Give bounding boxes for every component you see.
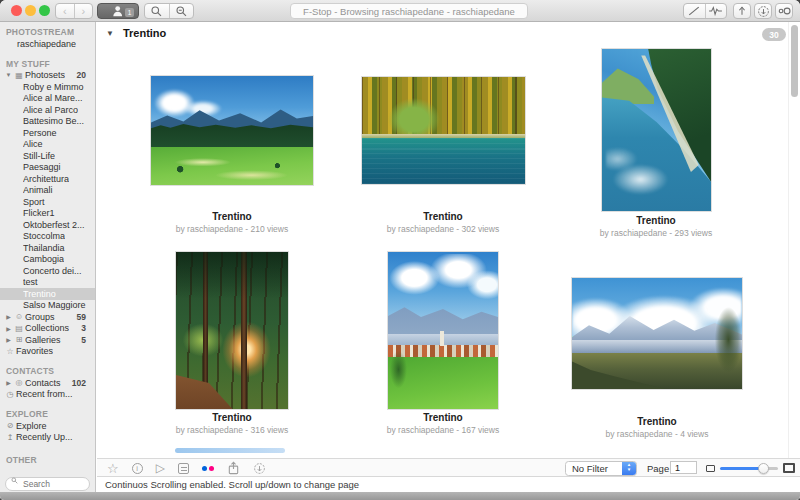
batch-download-button[interactable]: [253, 462, 266, 475]
slideshow-play-button[interactable]: ▷: [156, 462, 165, 474]
user-count-badge: 1: [125, 8, 134, 17]
favorite-star-button[interactable]: ☆: [107, 462, 119, 475]
sidebar-item-icon: ◎: [13, 378, 25, 387]
sidebar-row[interactable]: ▶ ⊞ Galleries 5: [0, 334, 95, 346]
sidebar-row[interactable]: Persone: [0, 127, 95, 139]
photo-caption: Trentino by raschiapedane - 210 views: [132, 211, 332, 234]
search-button[interactable]: [145, 4, 169, 18]
titlebar: ‹ › 1 F-Stop - Browsing raschiapedane - …: [0, 0, 800, 22]
photo-byline: by raschiapedane - 293 views: [556, 228, 756, 238]
waveform-icon: [708, 5, 723, 17]
disclosure-triangle-icon[interactable]: ▼: [106, 29, 114, 38]
sidebar-item-icon: ◷: [4, 390, 16, 399]
download-button[interactable]: [754, 3, 772, 19]
sidebar-row[interactable]: Still-Life: [0, 150, 95, 162]
sidebar-item-label: Architettura: [23, 174, 69, 184]
page-number-input[interactable]: [670, 461, 697, 474]
sidebar-row[interactable]: Flicker1: [0, 208, 95, 220]
photo-thumbnail[interactable]: [571, 277, 743, 390]
disclosure-icon[interactable]: ▶: [4, 379, 13, 386]
sidebar-row[interactable]: Animali: [0, 185, 95, 197]
sidebar-row[interactable]: Trentino: [0, 288, 95, 300]
close-button[interactable]: [11, 5, 22, 16]
item-count-badge: 30: [762, 28, 786, 41]
user-button[interactable]: 1: [97, 3, 139, 19]
zoom-search-button[interactable]: [169, 4, 194, 18]
photo-caption: Trentino by raschiapedane - 316 views: [132, 412, 332, 435]
zoom-button[interactable]: [39, 5, 50, 16]
sidebar-row[interactable]: ▶ ▤ Collections 3: [0, 323, 95, 335]
sidebar-row[interactable]: Alice: [0, 139, 95, 151]
photo-caption: Trentino by raschiapedane - 293 views: [556, 215, 756, 238]
small-thumbnail-icon: [706, 465, 715, 472]
share-icon: [227, 461, 240, 475]
sidebar-row[interactable]: Paesaggi: [0, 162, 95, 174]
disclosure-icon[interactable]: ▶: [4, 313, 13, 320]
sidebar-search: [5, 473, 90, 487]
sidebar-item-icon: ☺: [13, 312, 25, 321]
sidebar-item-label: Paesaggi: [23, 162, 61, 172]
search-buttons: [144, 3, 194, 19]
photo-thumbnail[interactable]: [150, 75, 314, 186]
sidebar-row[interactable]: ↥ Recently Up...: [0, 432, 95, 444]
info-button[interactable]: i: [132, 463, 143, 474]
activity-button[interactable]: [705, 4, 727, 18]
group-header[interactable]: ▼ Trentino: [106, 27, 166, 39]
sidebar-item-label: raschiapedane: [17, 39, 76, 49]
minimize-button[interactable]: [25, 5, 36, 16]
circled-down-arrow-icon: [757, 5, 770, 18]
sidebar-item-label: Still-Life: [23, 151, 55, 161]
sidebar-item-label: Galleries: [25, 335, 61, 345]
sidebar-row[interactable]: Alice al Parco: [0, 104, 95, 116]
upload-button[interactable]: [733, 3, 751, 19]
sidebar-row[interactable]: Roby e Mimmo: [0, 81, 95, 93]
sidebar-item-label: Persone: [23, 128, 57, 138]
sidebar-item-label: Favorites: [16, 346, 53, 356]
photo-thumbnail[interactable]: [387, 251, 499, 410]
slider-thumb[interactable]: [758, 463, 769, 474]
sidebar-row[interactable]: Battesimo Be...: [0, 116, 95, 128]
back-button[interactable]: ‹: [56, 4, 74, 18]
sidebar-row[interactable]: Oktoberfest 2...: [0, 219, 95, 231]
sidebar-row[interactable]: ⊘ Explore: [0, 420, 95, 432]
sidebar-row[interactable]: Concerto dei...: [0, 265, 95, 277]
sidebar-row[interactable]: Salso Maggiore: [0, 300, 95, 312]
back-icon: ‹: [63, 6, 67, 17]
flickr-button[interactable]: [202, 466, 214, 471]
disclosure-icon[interactable]: ▼: [4, 72, 13, 78]
sidebar-item-label: Roby e Mimmo: [23, 82, 84, 92]
photo-thumbnail[interactable]: [361, 76, 526, 185]
thumbnail-size-slider[interactable]: [720, 467, 778, 470]
link-button[interactable]: [775, 3, 793, 19]
disclosure-icon[interactable]: ▶: [4, 336, 13, 343]
large-thumbnail-icon: [783, 463, 795, 473]
sidebar-row[interactable]: ◷ Recent from...: [0, 389, 95, 401]
sidebar-row[interactable]: Thailandia: [0, 242, 95, 254]
sidebar-row[interactable]: ▶ ☺ Groups 59: [0, 311, 95, 323]
group-title: Trentino: [123, 27, 166, 39]
details-card-button[interactable]: [178, 463, 189, 474]
sidebar-row[interactable]: Cambogia: [0, 254, 95, 266]
forward-button[interactable]: ›: [74, 4, 93, 18]
sidebar-row[interactable]: test: [0, 277, 95, 289]
photo-thumbnail[interactable]: [601, 48, 712, 212]
sidebar-row[interactable]: ☆ Favorites: [0, 346, 95, 358]
sidebar-row[interactable]: Stoccolma: [0, 231, 95, 243]
disclosure-icon[interactable]: ▶: [4, 325, 13, 332]
sidebar-item-label: Collections: [25, 323, 69, 333]
sidebar-row[interactable]: Alice al Mare...: [0, 93, 95, 105]
sidebar-row[interactable]: ▼ ▦ Photosets 20: [0, 70, 95, 82]
filter-dropdown[interactable]: No Filter ▲▼: [565, 461, 637, 476]
photo-byline: by raschiapedane - 316 views: [132, 425, 332, 435]
sidebar-row: EXPLORE: [0, 408, 95, 420]
share-button[interactable]: [227, 461, 240, 475]
sidebar-row[interactable]: raschiapedane: [0, 38, 95, 50]
sidebar-row[interactable]: Sport: [0, 196, 95, 208]
sidebar-row[interactable]: ▶ ◎ Contacts 102: [0, 377, 95, 389]
sidebar-row[interactable]: Architettura: [0, 173, 95, 185]
filter-value: No Filter: [572, 463, 608, 474]
vertical-scrollbar-thumb[interactable]: [791, 25, 798, 97]
photo-thumbnail[interactable]: [175, 251, 289, 410]
photo-title: Trentino: [343, 211, 543, 222]
line-tool-button[interactable]: [684, 4, 705, 18]
